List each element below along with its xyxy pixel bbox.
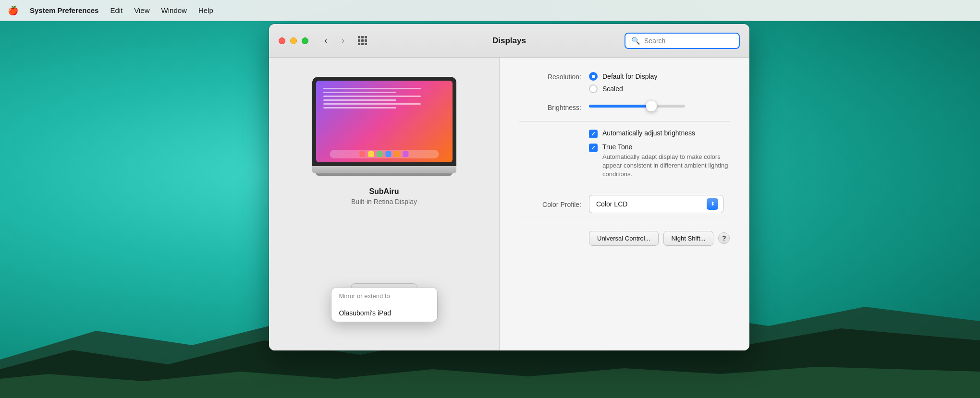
- nav-buttons: ‹ ›: [318, 33, 351, 48]
- bottom-buttons: Universal Control... Night Shift... ?: [589, 231, 730, 246]
- apple-menu[interactable]: 🍎: [8, 5, 18, 16]
- back-button[interactable]: ‹: [318, 33, 333, 48]
- auto-brightness-label: Automatically adjust brightness: [602, 129, 695, 137]
- device-subtitle: Built-in Retina Display: [351, 198, 417, 205]
- maximize-button[interactable]: [302, 37, 308, 44]
- auto-brightness-checkbox[interactable]: ✓: [589, 130, 598, 138]
- search-icon: 🔍: [631, 36, 640, 45]
- dropdown-popup: Mirror or extend to Olasubomi's iPad: [331, 288, 437, 322]
- menu-window[interactable]: Window: [161, 6, 187, 14]
- resolution-control: Default for Display Scaled: [589, 72, 730, 93]
- grid-button[interactable]: [355, 33, 370, 48]
- minimize-button[interactable]: [290, 37, 297, 44]
- dropdown-chevron-icon: ⬍: [707, 198, 718, 210]
- menubar: 🍎 System Preferences Edit View Window He…: [0, 0, 980, 21]
- help-button[interactable]: ?: [718, 232, 730, 244]
- radio-label-scaled: Scaled: [602, 85, 623, 93]
- resolution-radio-group: Default for Display Scaled: [589, 72, 730, 93]
- dropdown-option-ipad[interactable]: Olasubomi's iPad: [331, 304, 437, 322]
- resolution-row: Resolution: Default for Display Scaled: [519, 72, 730, 93]
- menu-view[interactable]: View: [134, 6, 149, 14]
- radio-label-default: Default for Display: [602, 72, 657, 80]
- content-area: SubAiru Built-in Retina Display Add Disp…: [269, 58, 749, 350]
- radio-default-display[interactable]: Default for Display: [589, 72, 730, 81]
- true-tone-checkbox[interactable]: ✓: [589, 144, 598, 152]
- radio-scaled[interactable]: Scaled: [589, 84, 730, 93]
- radio-circle-default: [589, 72, 598, 81]
- color-profile-value: Color LCD: [596, 200, 627, 208]
- brightness-control: [589, 103, 730, 108]
- auto-brightness-row[interactable]: ✓ Automatically adjust brightness: [589, 129, 730, 138]
- system-preferences-window: ‹ › Displays 🔍: [269, 24, 749, 350]
- search-bar[interactable]: 🔍: [625, 33, 740, 49]
- color-profile-label: Color Profile:: [519, 200, 581, 208]
- grid-icon: [358, 36, 367, 45]
- color-profile-row: Color Profile: Color LCD ⬍: [519, 195, 730, 213]
- resolution-label: Resolution:: [519, 72, 581, 81]
- divider-1: [519, 121, 730, 121]
- checkmark-icon: ✓: [591, 131, 596, 137]
- left-panel: SubAiru Built-in Retina Display Add Disp…: [269, 58, 500, 350]
- divider-2: [519, 187, 730, 187]
- true-tone-label: True Tone: [602, 143, 730, 151]
- laptop-bottom: [316, 173, 453, 176]
- close-button[interactable]: [279, 37, 285, 44]
- checkmark-icon-2: ✓: [591, 145, 596, 151]
- right-panel: Resolution: Default for Display Scaled: [500, 58, 749, 350]
- dock: [330, 150, 439, 158]
- color-profile-dropdown[interactable]: Color LCD ⬍: [589, 195, 723, 213]
- divider-3: [519, 223, 730, 223]
- menu-system-preferences[interactable]: System Preferences: [30, 6, 98, 14]
- device-illustration: [312, 77, 456, 176]
- laptop-screen-outer: [312, 77, 456, 166]
- window-title: Displays: [492, 36, 526, 46]
- true-tone-description: Automatically adapt display to make colo…: [602, 153, 730, 179]
- dropdown-header: Mirror or extend to: [331, 288, 437, 304]
- menu-help[interactable]: Help: [198, 6, 213, 14]
- search-input[interactable]: [644, 37, 733, 45]
- forward-button[interactable]: ›: [335, 33, 351, 48]
- screen-content: [323, 88, 445, 111]
- brightness-row: Brightness:: [519, 103, 730, 111]
- brightness-label: Brightness:: [519, 103, 581, 111]
- laptop-base: [312, 166, 456, 173]
- device-name: SubAiru: [369, 187, 399, 196]
- window-controls: [279, 37, 308, 44]
- titlebar: ‹ › Displays 🔍: [269, 24, 749, 58]
- radio-circle-scaled: [589, 84, 598, 93]
- color-profile-control: Color LCD ⬍: [589, 195, 730, 213]
- night-shift-button[interactable]: Night Shift...: [663, 231, 714, 246]
- menu-edit[interactable]: Edit: [110, 6, 122, 14]
- laptop-screen-inner: [316, 81, 453, 162]
- brightness-slider-container: [589, 103, 730, 108]
- brightness-slider[interactable]: [589, 105, 685, 108]
- checkbox-section: ✓ Automatically adjust brightness ✓ True…: [589, 129, 730, 179]
- true-tone-row[interactable]: ✓ True Tone Automatically adapt display …: [589, 143, 730, 179]
- true-tone-content: True Tone Automatically adapt display to…: [602, 143, 730, 179]
- slider-thumb[interactable]: [646, 101, 657, 111]
- universal-control-button[interactable]: Universal Control...: [589, 231, 659, 246]
